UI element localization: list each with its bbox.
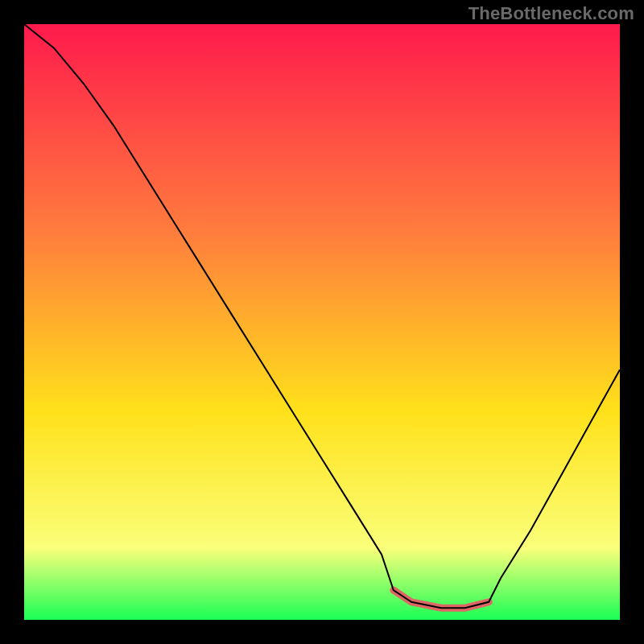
chart-frame: TheBottleneck.com xyxy=(0,0,644,644)
bottleneck-chart xyxy=(24,24,620,620)
watermark-label: TheBottleneck.com xyxy=(469,3,634,24)
